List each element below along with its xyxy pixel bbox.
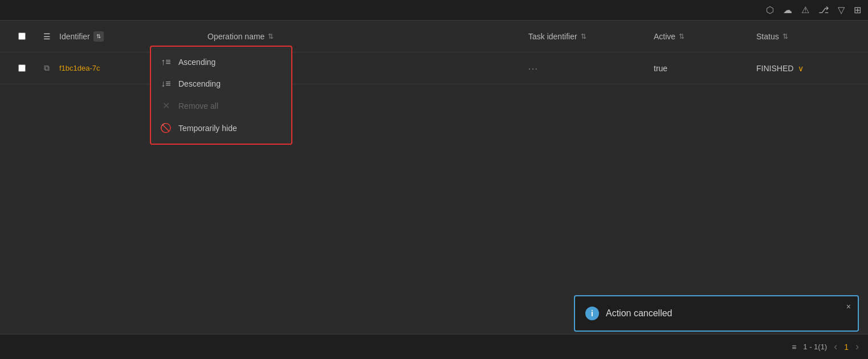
col-header-active[interactable]: Active ⇅	[654, 32, 756, 41]
filter-icon[interactable]: ▽	[838, 5, 845, 15]
dropdown-item-remove-all: ✕ Remove all	[151, 95, 291, 117]
task-label: Task identifier	[528, 32, 577, 41]
pagination-lines-icon: ≡	[792, 342, 796, 352]
table-header: ☰ Identifier ⇅ Operation name ⇅ Task ide…	[0, 21, 868, 52]
toast-notification: i Action cancelled ×	[574, 295, 859, 332]
remove-all-icon: ✕	[160, 100, 172, 111]
row-task: ···	[528, 64, 654, 73]
cloud-icon[interactable]: ☁	[783, 5, 792, 15]
descending-label: Descending	[178, 79, 221, 88]
status-sort-icon: ⇅	[783, 32, 788, 40]
toast-message: Action cancelled	[606, 308, 673, 319]
pagination-next-button[interactable]: ›	[855, 341, 859, 353]
col-header-operation[interactable]: Operation name ⇅	[207, 32, 528, 41]
pagination-footer: ≡ 1 - 1(1) ‹ 1 ›	[0, 334, 868, 359]
alert-icon[interactable]: ⚠	[801, 5, 809, 15]
ascending-label: Ascending	[178, 58, 215, 67]
task-value: ···	[528, 64, 654, 73]
select-all-checkbox[interactable]	[9, 32, 34, 40]
col-header-task[interactable]: Task identifier ⇅	[528, 32, 654, 41]
filter-rows-icon: ☰	[43, 32, 51, 41]
grid-icon[interactable]: ⊞	[854, 5, 861, 15]
status-text: FINISHED	[756, 64, 793, 73]
identifier-label: Identifier	[59, 32, 90, 41]
status-expand-icon[interactable]: ∨	[798, 64, 804, 73]
pagination-prev-button[interactable]: ‹	[834, 341, 837, 353]
status-label: Status	[756, 32, 779, 41]
row-copy-icon[interactable]: ⧉	[34, 63, 59, 73]
dropdown-item-ascending[interactable]: ↑≡ Ascending	[151, 51, 291, 73]
sort-asc-icon: ↑≡	[160, 57, 172, 67]
export-icon[interactable]: ⬡	[766, 5, 774, 15]
column-filter-icon[interactable]: ☰	[34, 32, 59, 41]
active-label: Active	[654, 32, 675, 41]
task-sort-icon: ⇅	[581, 32, 586, 40]
remove-all-label: Remove all	[178, 101, 218, 111]
top-toolbar: ⬡ ☁ ⚠ ⎇ ▽ ⊞	[0, 0, 868, 21]
active-sort-icon: ⇅	[679, 32, 684, 40]
row-active: true	[654, 64, 756, 73]
git-icon[interactable]: ⎇	[818, 5, 829, 15]
pagination-range-text: 1 - 1(1)	[803, 342, 827, 351]
row-checkbox[interactable]	[9, 64, 34, 72]
status-value: FINISHED ∨	[756, 64, 859, 73]
col-header-status[interactable]: Status ⇅	[756, 32, 859, 41]
dropdown-item-descending[interactable]: ↓≡ Descending	[151, 73, 291, 95]
copy-icon: ⧉	[44, 63, 50, 73]
pagination-range: 1 - 1(1)	[803, 342, 827, 351]
operation-sort-icon: ⇅	[268, 32, 274, 40]
hide-icon: 🚫	[160, 123, 172, 133]
row-select-input[interactable]	[18, 64, 26, 72]
toast-close-button[interactable]: ×	[846, 302, 851, 311]
sort-desc-icon: ↓≡	[160, 79, 172, 89]
row-status: FINISHED ∨	[756, 64, 859, 73]
hide-label: Temporarily hide	[178, 124, 237, 133]
toast-info-icon: i	[585, 307, 599, 320]
pagination-current-page: 1	[844, 342, 849, 352]
dropdown-item-hide[interactable]: 🚫 Temporarily hide	[151, 117, 291, 139]
identifier-sort-btn[interactable]: ⇅	[93, 31, 104, 42]
active-value: true	[654, 64, 756, 73]
select-all-input[interactable]	[18, 32, 26, 40]
col-header-identifier[interactable]: Identifier ⇅	[59, 31, 207, 42]
column-sort-dropdown: ↑≡ Ascending ↓≡ Descending ✕ Remove all …	[150, 46, 292, 145]
operation-label: Operation name	[207, 32, 264, 41]
table-row: ⧉ f1bc1dea-7c FACTORY_RESET ··· true FIN…	[0, 52, 868, 84]
